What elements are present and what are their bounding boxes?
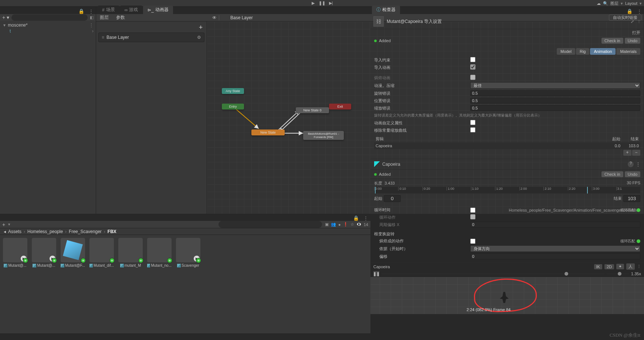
back-icon[interactable]: ◂ (4, 229, 6, 234)
scene-item[interactable]: t › (2, 28, 94, 34)
tab-model[interactable]: Model (557, 48, 575, 55)
state-node[interactable]: New State (251, 129, 285, 135)
asset-item[interactable]: ▶+Mutant@... (3, 238, 27, 267)
tab-rig[interactable]: Rig (576, 48, 590, 55)
avatar-button[interactable]: 人 (626, 263, 635, 270)
exit-node[interactable]: Exit (329, 104, 351, 110)
hierarchy-search[interactable] (11, 14, 88, 21)
layers-dropdown[interactable]: 图层 (610, 1, 618, 6)
end-field[interactable] (623, 195, 640, 202)
bake-into-checkbox[interactable] (470, 239, 475, 244)
speed-slider[interactable] (607, 273, 629, 275)
filter-icon[interactable]: ● (338, 222, 341, 227)
import-constraints-checkbox[interactable] (470, 57, 475, 62)
offset-field[interactable] (470, 253, 640, 259)
tab-scene[interactable]: #场景 (98, 6, 119, 14)
layers-button[interactable]: 图层 (96, 13, 112, 22)
clip-row[interactable]: Capoeira0.0103.0 (374, 142, 640, 149)
add-clip-button[interactable]: + (623, 150, 631, 156)
rot-error-field[interactable] (470, 90, 640, 96)
preview-viewport[interactable]: 2:24 (082.0%) Frame 84 (370, 277, 644, 314)
custom-props-checkbox[interactable] (470, 120, 475, 125)
compress-select[interactable]: 最佳 (470, 82, 640, 89)
loop-time-checkbox[interactable] (470, 208, 475, 213)
asset-item[interactable]: +Mutant_dif... (89, 238, 114, 267)
timeline-ruler[interactable]: 0:000:100:201:001:101:202:002:102:203:00… (374, 187, 640, 193)
layout-dropdown[interactable]: Layout (625, 1, 637, 6)
tab-inspector[interactable]: ⓘ检查器 (372, 6, 400, 14)
expand-icon[interactable]: ⤢ (631, 19, 634, 24)
asset-item[interactable]: ▶+Scavenger (176, 238, 200, 267)
pivot-button[interactable]: ✦ (616, 264, 624, 269)
label: 根变换旋转 (374, 231, 470, 237)
hidden-icon[interactable]: 👁‍🗨 (356, 222, 362, 227)
remove-clip-button[interactable]: − (632, 150, 640, 156)
menu-icon[interactable]: ⋮ (637, 264, 641, 269)
based-select[interactable]: 身体方向 (470, 245, 640, 252)
params-button[interactable]: 参数 (112, 13, 129, 22)
scale-error-field[interactable] (470, 105, 640, 111)
crumb[interactable]: Homeless_people (27, 229, 63, 234)
add-button[interactable]: + (2, 222, 5, 228)
filter-icon[interactable]: 👥 (331, 222, 336, 227)
start-field[interactable] (384, 195, 401, 202)
plus-badge: + (167, 258, 172, 263)
lock-icon[interactable]: 🔒 (351, 215, 361, 221)
lock-icon[interactable]: 🔒 (76, 9, 87, 14)
tab-materials[interactable]: Materials (616, 48, 640, 55)
gear-icon[interactable]: ⚙ (197, 35, 201, 40)
filter-icon[interactable]: ◧ (90, 15, 94, 20)
add-layer-button[interactable]: + (197, 24, 204, 31)
import-animation-checkbox[interactable] (470, 64, 475, 70)
pause-button[interactable]: ❚❚ (373, 271, 379, 276)
play-icon[interactable]: ▶ (309, 1, 317, 6)
add-icon[interactable]: + ▾ (2, 14, 9, 20)
remove-curves-checkbox[interactable] (470, 127, 475, 132)
menu-icon[interactable]: ⋮ (361, 215, 370, 221)
checkin-button[interactable]: Check in (601, 38, 623, 44)
menu-icon[interactable]: ⋮ (636, 162, 640, 167)
anystate-node[interactable]: Any State (222, 88, 244, 94)
loopmatch-dot (637, 239, 640, 243)
asset-item[interactable]: +Mutant@F... (61, 238, 85, 267)
undo-button[interactable]: Undo (625, 38, 640, 44)
state-node[interactable]: New State 0 (296, 107, 329, 113)
menu-icon[interactable]: ⋮ (87, 9, 96, 14)
tab-animation[interactable]: Animation (590, 48, 616, 55)
scene-item[interactable]: ▾ moscene* ⋮ (2, 22, 94, 28)
filter-icon[interactable]: ▣ (325, 222, 329, 227)
state-node[interactable]: BasicMotions@Run01 - Forwards [RM] (303, 131, 344, 140)
project-search[interactable] (218, 221, 322, 228)
entry-node[interactable]: Entry (222, 104, 244, 110)
lock-icon[interactable]: 🔒 (624, 9, 635, 14)
filter-icon[interactable]: ☆ (350, 222, 354, 227)
crumb[interactable]: Assets (8, 229, 21, 234)
help-icon[interactable]: ? (628, 161, 634, 167)
layer-row[interactable]: ≡ Base Layer ⚙ (98, 33, 204, 42)
2d-button[interactable]: 2D (604, 264, 614, 269)
asset-item[interactable]: ▶+Mutant@... (32, 238, 56, 267)
tab-game[interactable]: ∞游戏 (120, 6, 143, 14)
step-icon[interactable]: ▶| (327, 1, 335, 6)
open-button[interactable]: 打开 (632, 30, 640, 36)
filter-icon[interactable]: ❗ (343, 222, 348, 227)
menu-icon[interactable]: ⋮ (637, 19, 641, 24)
asset-item[interactable]: +Mutant_no... (147, 238, 172, 267)
asset-item[interactable]: +mutant_M (118, 238, 143, 267)
tab-animator[interactable]: ⊳_动画器 (143, 6, 173, 14)
preview-scrubber[interactable] (382, 273, 604, 275)
search-top-icon[interactable]: 🔍 (603, 1, 608, 6)
breadcrumb[interactable]: ◂ Assets› Homeless_people› Free_Scavenge… (0, 228, 370, 235)
pause-icon[interactable]: ❚❚ (318, 1, 326, 6)
checkin-button[interactable]: Check in (601, 171, 623, 177)
pos-error-field[interactable] (470, 98, 640, 104)
label: 导入动画 (374, 65, 470, 70)
plus-badge: + (23, 258, 28, 263)
ik-button[interactable]: IK (594, 264, 602, 269)
undo-button[interactable]: Undo (625, 171, 640, 177)
cloud-icon[interactable]: ☁ (597, 1, 601, 6)
eye-icon[interactable]: 👁 (210, 15, 219, 20)
crumb[interactable]: FBX (108, 229, 116, 234)
crumb[interactable]: Free_Scavenger (69, 229, 102, 234)
menu-icon[interactable]: ⋮ (635, 9, 644, 14)
